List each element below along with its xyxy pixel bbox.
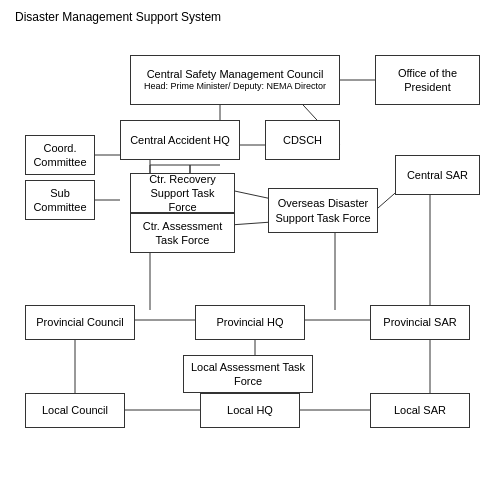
provincial-council-label: Provincial Council [36, 315, 123, 329]
central-safety-label: Central Safety Management Council [147, 67, 324, 81]
provincial-sar-label: Provincial SAR [383, 315, 456, 329]
central-accident-label: Central Accident HQ [130, 133, 230, 147]
central-sar-label: Central SAR [407, 168, 468, 182]
local-assessment-label: Local Assessment Task Force [189, 360, 307, 389]
local-hq-label: Local HQ [227, 403, 273, 417]
local-assessment-box: Local Assessment Task Force [183, 355, 313, 393]
provincial-hq-box: Provincial HQ [195, 305, 305, 340]
local-council-box: Local Council [25, 393, 125, 428]
cdsch-label: CDSCH [283, 133, 322, 147]
page-title: Disaster Management Support System [15, 10, 221, 24]
overseas-disaster-label: Overseas Disaster Support Task Force [274, 196, 372, 225]
central-safety-sub: Head: Prime Minister/ Deputy: NEMA Direc… [144, 81, 326, 93]
local-sar-label: Local SAR [394, 403, 446, 417]
provincial-sar-box: Provincial SAR [370, 305, 470, 340]
coord-committee-box: Coord. Committee [25, 135, 95, 175]
ctr-assessment-box: Ctr. Assessment Task Force [130, 213, 235, 253]
provincial-hq-label: Provincial HQ [216, 315, 283, 329]
sub-committee-label: Sub Committee [31, 186, 89, 215]
office-president-box: Office of the President [375, 55, 480, 105]
provincial-council-box: Provincial Council [25, 305, 135, 340]
ctr-recovery-label: Ctr. Recovery Support Task Force [136, 172, 229, 215]
local-hq-box: Local HQ [200, 393, 300, 428]
central-sar-box: Central SAR [395, 155, 480, 195]
local-council-label: Local Council [42, 403, 108, 417]
ctr-recovery-box: Ctr. Recovery Support Task Force [130, 173, 235, 213]
sub-committee-box: Sub Committee [25, 180, 95, 220]
local-sar-box: Local SAR [370, 393, 470, 428]
coord-committee-label: Coord. Committee [31, 141, 89, 170]
central-accident-box: Central Accident HQ [120, 120, 240, 160]
office-president-label: Office of the President [381, 66, 474, 95]
cdsch-box: CDSCH [265, 120, 340, 160]
central-safety-box: Central Safety Management Council Head: … [130, 55, 340, 105]
overseas-disaster-box: Overseas Disaster Support Task Force [268, 188, 378, 233]
ctr-assessment-label: Ctr. Assessment Task Force [136, 219, 229, 248]
